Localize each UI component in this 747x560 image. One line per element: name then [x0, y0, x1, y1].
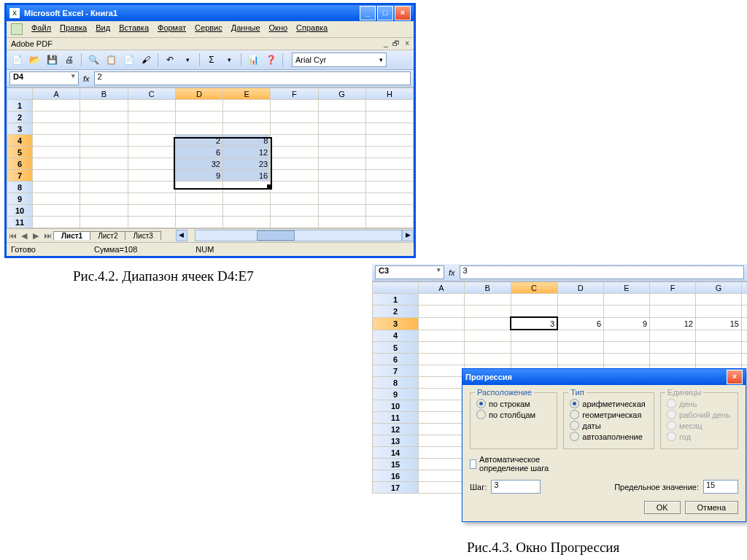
step-input[interactable]: 3: [491, 480, 541, 494]
col-E[interactable]: E: [223, 88, 271, 100]
print-preview-icon[interactable]: 🔍: [86, 52, 101, 67]
cell-E7[interactable]: 16: [223, 170, 271, 182]
col-D[interactable]: D: [175, 88, 222, 100]
limit-input[interactable]: 15: [703, 480, 738, 494]
row-7[interactable]: 7: [7, 170, 33, 182]
menu-help[interactable]: Справка: [296, 23, 328, 35]
help-icon[interactable]: ❓: [263, 52, 278, 67]
hscroll-right[interactable]: ▶: [402, 230, 414, 241]
row-9[interactable]: 9: [7, 193, 33, 205]
col2-E[interactable]: E: [604, 282, 650, 294]
col-A[interactable]: A: [33, 88, 80, 100]
sheet-tab-3[interactable]: Лист3: [125, 231, 160, 240]
cell-G3[interactable]: 15: [696, 317, 742, 330]
radio-arithmetic[interactable]: [570, 399, 579, 408]
cell-D4[interactable]: 2: [175, 135, 222, 147]
radio-geometric[interactable]: [570, 410, 579, 419]
radio-by-rows[interactable]: [476, 399, 486, 408]
col-F[interactable]: F: [271, 88, 318, 100]
col2-F[interactable]: F: [650, 282, 696, 294]
fill-handle[interactable]: [267, 184, 271, 189]
menu-view[interactable]: Вид: [96, 23, 110, 35]
cell-E3[interactable]: 9: [604, 317, 650, 330]
formula-bar[interactable]: 2: [94, 71, 411, 85]
cell-D5[interactable]: 6: [175, 147, 222, 158]
paste-icon[interactable]: 📄: [121, 52, 136, 67]
cell-C3[interactable]: 3: [511, 317, 557, 330]
name-box[interactable]: D4 ▾: [9, 71, 79, 85]
menu-data[interactable]: Данные: [231, 23, 260, 35]
col2-B[interactable]: B: [465, 282, 511, 294]
col2-D[interactable]: D: [557, 282, 604, 294]
row-10[interactable]: 10: [7, 205, 33, 217]
row-3[interactable]: 3: [7, 123, 33, 135]
format-painter-icon[interactable]: 🖌: [139, 52, 153, 67]
fx-label-2[interactable]: fx: [449, 268, 455, 277]
autosum-icon[interactable]: Σ: [204, 52, 219, 67]
select-all-corner[interactable]: [7, 88, 33, 100]
cell-F3[interactable]: 12: [650, 317, 696, 330]
row-6[interactable]: 6: [7, 158, 33, 170]
col-B[interactable]: B: [80, 88, 128, 100]
cell-E6[interactable]: 23: [223, 158, 271, 170]
col-C[interactable]: C: [128, 88, 175, 100]
cell-E4[interactable]: 8: [223, 135, 271, 147]
row-5[interactable]: 5: [7, 147, 33, 158]
row-2[interactable]: 2: [7, 112, 33, 123]
autosum-dropdown-icon[interactable]: ▾: [222, 52, 236, 67]
close-button[interactable]: ×: [395, 6, 411, 20]
row-4[interactable]: 4: [7, 135, 33, 147]
font-select[interactable]: Arial Cyr ▾: [292, 52, 387, 67]
doc-restore-button[interactable]: 🗗: [392, 39, 400, 47]
maximize-button[interactable]: □: [377, 6, 393, 20]
row-1[interactable]: 1: [7, 100, 33, 112]
tab-nav-last[interactable]: ⏭: [42, 231, 53, 241]
menu-file[interactable]: Файл: [31, 23, 51, 35]
menu-insert[interactable]: Вставка: [119, 23, 149, 35]
radio-autofill[interactable]: [570, 432, 579, 441]
copy-icon[interactable]: 📋: [104, 52, 118, 67]
cell-E5[interactable]: 12: [223, 147, 271, 158]
new-icon[interactable]: 📄: [9, 52, 24, 67]
menu-window[interactable]: Окно: [269, 23, 288, 35]
select-all-corner-2[interactable]: [373, 282, 419, 294]
menu-format[interactable]: Формат: [158, 23, 186, 35]
radio-by-cols[interactable]: [476, 410, 486, 419]
menu-tools[interactable]: Сервис: [195, 23, 222, 35]
ok-button[interactable]: OK: [644, 501, 681, 514]
row-8[interactable]: 8: [7, 182, 33, 193]
horizontal-scrollbar[interactable]: [195, 230, 402, 241]
col-H[interactable]: H: [365, 88, 413, 100]
print-icon[interactable]: 🖨: [62, 52, 77, 67]
minimize-button[interactable]: _: [360, 6, 376, 20]
auto-step-checkbox[interactable]: [470, 459, 476, 469]
dialog-titlebar[interactable]: Прогрессия ×: [462, 369, 746, 385]
hscroll-left[interactable]: ◀: [176, 230, 187, 241]
col2-C[interactable]: C: [511, 282, 557, 294]
fx-label[interactable]: fx: [83, 74, 90, 83]
col2-H[interactable]: H: [742, 282, 748, 294]
doc-minimize-button[interactable]: _: [384, 39, 388, 47]
tab-nav-next[interactable]: ▶: [30, 231, 42, 241]
cancel-button[interactable]: Отмена: [685, 501, 738, 514]
name-box-2[interactable]: C3 ▾: [375, 265, 444, 279]
doc-close-button[interactable]: ×: [405, 39, 409, 47]
cell-D6[interactable]: 32: [175, 158, 222, 170]
tab-nav-first[interactable]: ⏮: [7, 231, 18, 241]
dialog-close-button[interactable]: ×: [727, 370, 743, 384]
row-11[interactable]: 11: [7, 217, 33, 228]
formula-bar-2[interactable]: 3: [460, 265, 744, 279]
chart-icon[interactable]: 📊: [246, 52, 260, 67]
undo-dropdown-icon[interactable]: ▾: [180, 52, 195, 67]
titlebar[interactable]: X Microsoft Excel - Книга1 _ □ ×: [7, 5, 414, 21]
worksheet-grid[interactable]: A B C D E F G H 1 2 3 428 5612 63223 791…: [7, 88, 414, 228]
undo-icon[interactable]: ↶: [163, 52, 177, 67]
open-icon[interactable]: 📂: [27, 52, 42, 67]
sheet-tab-2[interactable]: Лист2: [90, 231, 125, 240]
sheet-tab-1[interactable]: Лист1: [53, 231, 90, 240]
save-icon[interactable]: 💾: [44, 52, 59, 67]
tab-nav-prev[interactable]: ◀: [18, 231, 30, 241]
radio-dates[interactable]: [570, 421, 579, 430]
col2-G[interactable]: G: [696, 282, 742, 294]
col-G[interactable]: G: [318, 88, 365, 100]
